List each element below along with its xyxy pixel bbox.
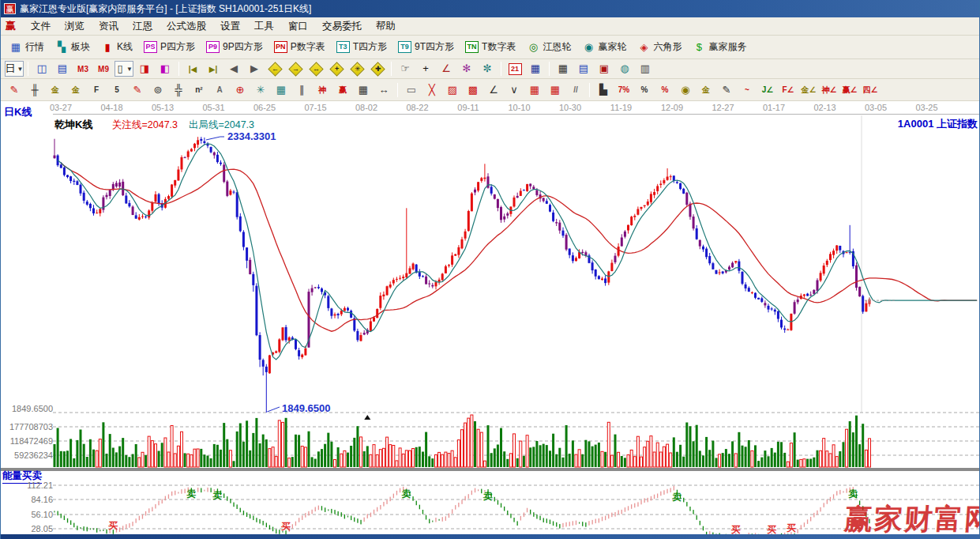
- diagonals-icon[interactable]: //: [566, 82, 585, 98]
- angle-tool-icon[interactable]: ∠: [437, 61, 456, 77]
- shen-tool-icon[interactable]: 神: [313, 82, 332, 98]
- gold-circle-icon[interactable]: ◉: [676, 82, 695, 98]
- dense-grid-icon[interactable]: ╬: [169, 82, 188, 98]
- menu-item-3[interactable]: 江恩: [126, 18, 160, 35]
- print-icon[interactable]: ▥: [636, 61, 655, 77]
- red-grid-icon[interactable]: ▦: [525, 82, 544, 98]
- wave-gold-icon[interactable]: ~: [738, 82, 757, 98]
- notes-icon[interactable]: ▤: [574, 61, 593, 77]
- ma9-icon[interactable]: M9: [94, 61, 113, 77]
- data-table-icon[interactable]: ▦: [554, 61, 573, 77]
- p-number-table-button[interactable]: PNP数字表: [269, 38, 330, 56]
- gold-grid2-icon[interactable]: 金: [66, 82, 85, 98]
- t9-square-button[interactable]: T99T四方形: [393, 38, 459, 56]
- osc-axis-label-1: 112.21: [2, 481, 53, 490]
- zoom-cross-diamond-icon[interactable]: ✚: [368, 61, 387, 77]
- menu-item-0[interactable]: 文件: [24, 18, 58, 35]
- pattern-highlight-icon[interactable]: ◨: [135, 61, 154, 77]
- diag-box-icon[interactable]: ▨: [443, 82, 462, 98]
- sectors-button[interactable]: ▚板块: [51, 38, 95, 56]
- prev-icon[interactable]: ◀: [224, 61, 243, 77]
- ying-angle-icon[interactable]: 赢∠: [840, 82, 859, 98]
- fibonacci-icon[interactable]: F: [87, 82, 106, 98]
- menu-item-7[interactable]: 窗口: [281, 18, 315, 35]
- fan-rays-icon[interactable]: ╳: [422, 82, 441, 98]
- candle-pen-icon[interactable]: ✎: [717, 82, 736, 98]
- menu-item-9[interactable]: 帮助: [369, 18, 403, 35]
- gold-angle-icon[interactable]: 金∠: [799, 82, 818, 98]
- info-panel-icon[interactable]: ▤: [53, 61, 72, 77]
- candle-type-dropdown[interactable]: ▯▼: [115, 61, 133, 77]
- menu-item-4[interactable]: 公式选股: [160, 18, 213, 35]
- j-angle-icon[interactable]: J∠: [758, 82, 777, 98]
- menu-item-2[interactable]: 资讯: [92, 18, 126, 35]
- save-icon[interactable]: ▣: [595, 61, 614, 77]
- menu-item-5[interactable]: 设置: [213, 18, 247, 35]
- flower-tool-icon[interactable]: ✻: [457, 61, 476, 77]
- ma3-icon[interactable]: M3: [73, 61, 92, 77]
- period-day-dropdown[interactable]: 日▼: [5, 61, 24, 77]
- target-circle-icon[interactable]: ⊕: [231, 82, 250, 98]
- grid-lines-icon[interactable]: ╫: [25, 82, 44, 98]
- calendar-21-icon[interactable]: 21: [505, 61, 524, 77]
- percent7-icon[interactable]: 7%: [614, 82, 633, 98]
- weave-box-icon[interactable]: ▩: [464, 82, 482, 98]
- width-measure-icon[interactable]: ↔: [374, 82, 393, 98]
- winner-wheel-button[interactable]: ◉赢家轮: [577, 38, 631, 56]
- gold-line-icon[interactable]: 金: [697, 82, 715, 98]
- menu-item-6[interactable]: 工具: [247, 18, 281, 35]
- brain-tool-icon[interactable]: ✼: [478, 61, 497, 77]
- zoom-in-diamond-icon[interactable]: +: [327, 61, 346, 77]
- target-circle-icon: ⊕: [234, 84, 246, 96]
- n2-icon[interactable]: n²: [190, 82, 208, 98]
- quotes-button[interactable]: ▦行情: [5, 38, 49, 56]
- main-chart-svg[interactable]: 03-2704-1805-1305-3106-2507-1508-0208-22…: [1, 101, 980, 534]
- color-chart-icon[interactable]: ◧: [156, 61, 175, 77]
- zoom-star-diamond-icon[interactable]: ✳: [347, 61, 366, 77]
- red-grid2-icon[interactable]: ▦: [546, 82, 565, 98]
- calculator-icon[interactable]: ▦: [526, 61, 545, 77]
- winner-service-button[interactable]: $赢家服务: [688, 38, 751, 56]
- ying-tool-icon[interactable]: 赢: [333, 82, 352, 98]
- mirror-a-icon[interactable]: A: [210, 82, 229, 98]
- angle-lines-icon[interactable]: ∠: [484, 82, 503, 98]
- chart-export-icon[interactable]: ◍: [615, 61, 634, 77]
- p9-square-button[interactable]: P99P四方形: [201, 38, 268, 56]
- menu-item-1[interactable]: 浏览: [58, 18, 92, 35]
- web-icon[interactable]: ✳: [251, 82, 270, 98]
- bars-line-icon[interactable]: ▙: [594, 82, 613, 98]
- menu-item-8[interactable]: 交易委托: [315, 18, 369, 35]
- shen-angle-icon[interactable]: 神∠: [820, 82, 839, 98]
- si-angle-icon[interactable]: 四∠: [861, 82, 880, 98]
- spiral-icon[interactable]: 5: [107, 82, 126, 98]
- measure-quote-icon[interactable]: ∥: [292, 82, 311, 98]
- web-box-icon[interactable]: ▦: [272, 82, 291, 98]
- pan-left-diamond-icon[interactable]: ←: [265, 61, 284, 77]
- crosshair-tool-icon[interactable]: +: [416, 61, 435, 77]
- last-page-icon[interactable]: ▶|: [204, 61, 223, 77]
- gann-wheel-button[interactable]: ◎江恩轮: [522, 38, 576, 56]
- ruler-grid-icon[interactable]: ▦: [354, 82, 373, 98]
- kline-button[interactable]: ▮K线: [96, 38, 137, 56]
- pen2-icon[interactable]: ✎: [128, 82, 147, 98]
- t-number-table-button[interactable]: TNT数字表: [460, 38, 520, 56]
- chart-window-icon[interactable]: ◫: [32, 61, 51, 77]
- circle3-icon[interactable]: ⊚: [148, 82, 167, 98]
- pan-right-diamond-icon[interactable]: →: [286, 61, 305, 77]
- candle-pen-icon: ✎: [720, 84, 733, 96]
- gold-grid-icon[interactable]: 金: [46, 82, 65, 98]
- next-icon[interactable]: ▶: [245, 61, 264, 77]
- f-angle-icon[interactable]: F∠: [779, 82, 798, 98]
- hand-tool-icon[interactable]: ☞: [396, 61, 415, 77]
- first-page-icon[interactable]: |◀: [183, 61, 202, 77]
- p-square-button[interactable]: PSP四方形: [139, 38, 200, 56]
- zoom-h-diamond-icon[interactable]: ↔: [306, 61, 325, 77]
- v-dots-icon[interactable]: ∨: [505, 82, 524, 98]
- gann-box-icon[interactable]: ▭: [402, 82, 421, 98]
- brush-tool-icon[interactable]: ✎: [5, 82, 24, 98]
- percent-icon[interactable]: %: [635, 82, 654, 98]
- hexagon-button[interactable]: ◈六角形: [633, 38, 686, 56]
- percent7-icon: 7%: [618, 85, 629, 94]
- t-square-button[interactable]: T3T四方形: [332, 38, 392, 56]
- percent-line-icon[interactable]: %: [655, 82, 674, 98]
